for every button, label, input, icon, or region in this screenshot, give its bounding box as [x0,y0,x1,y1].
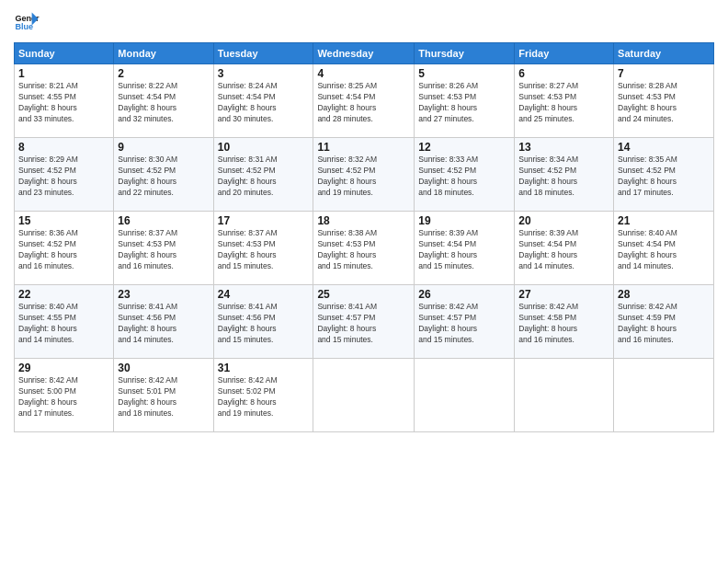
day-info: Sunrise: 8:38 AMSunset: 4:53 PMDaylight:… [317,228,410,272]
calendar-table: SundayMondayTuesdayWednesdayThursdayFrid… [14,42,714,432]
day-info: Sunrise: 8:28 AMSunset: 4:53 PMDaylight:… [618,81,710,125]
day-info: Sunrise: 8:33 AMSunset: 4:52 PMDaylight:… [418,155,510,199]
day-info: Sunrise: 8:41 AMSunset: 4:56 PMDaylight:… [218,302,310,346]
weekday-header: Thursday [415,43,515,64]
calendar-week-row: 1Sunrise: 8:21 AMSunset: 4:55 PMDaylight… [15,64,714,138]
day-number: 13 [518,141,609,154]
calendar-cell: 1Sunrise: 8:21 AMSunset: 4:55 PMDaylight… [15,64,114,138]
day-number: 11 [317,141,410,154]
day-info: Sunrise: 8:30 AMSunset: 4:52 PMDaylight:… [118,155,209,199]
day-number: 15 [18,214,109,227]
calendar-cell: 10Sunrise: 8:31 AMSunset: 4:52 PMDayligh… [213,138,313,212]
day-info: Sunrise: 8:42 AMSunset: 4:59 PMDaylight:… [618,302,710,346]
calendar-cell: 27Sunrise: 8:42 AMSunset: 4:58 PMDayligh… [515,285,614,359]
day-number: 18 [317,214,410,227]
day-number: 10 [218,141,310,154]
calendar-cell: 17Sunrise: 8:37 AMSunset: 4:53 PMDayligh… [213,212,313,285]
day-info: Sunrise: 8:31 AMSunset: 4:52 PMDaylight:… [218,155,310,199]
day-info: Sunrise: 8:40 AMSunset: 4:55 PMDaylight:… [18,302,109,346]
calendar-cell: 3Sunrise: 8:24 AMSunset: 4:54 PMDaylight… [213,64,313,138]
day-info: Sunrise: 8:27 AMSunset: 4:53 PMDaylight:… [518,81,609,125]
header: General Blue [14,9,714,35]
calendar-week-row: 8Sunrise: 8:29 AMSunset: 4:52 PMDaylight… [15,138,714,212]
day-info: Sunrise: 8:42 AMSunset: 5:01 PMDaylight:… [118,375,209,419]
day-number: 27 [518,288,609,301]
calendar-cell [515,359,614,432]
day-number: 29 [18,362,109,374]
calendar-cell: 9Sunrise: 8:30 AMSunset: 4:52 PMDaylight… [114,138,213,212]
day-number: 23 [118,288,209,301]
day-info: Sunrise: 8:34 AMSunset: 4:52 PMDaylight:… [518,155,609,199]
day-number: 9 [118,141,209,154]
day-number: 26 [418,288,510,301]
weekday-header: Sunday [15,43,114,64]
day-number: 28 [618,288,710,301]
day-info: Sunrise: 8:40 AMSunset: 4:54 PMDaylight:… [618,228,710,272]
calendar-cell: 2Sunrise: 8:22 AMSunset: 4:54 PMDaylight… [114,64,213,138]
weekday-header: Saturday [614,43,714,64]
day-info: Sunrise: 8:42 AMSunset: 5:02 PMDaylight:… [218,375,310,419]
day-number: 3 [218,67,310,80]
day-number: 22 [18,288,109,301]
logo-icon: General Blue [14,9,40,35]
day-info: Sunrise: 8:21 AMSunset: 4:55 PMDaylight:… [18,81,109,125]
day-info: Sunrise: 8:37 AMSunset: 4:53 PMDaylight:… [118,228,209,272]
day-info: Sunrise: 8:35 AMSunset: 4:52 PMDaylight:… [618,155,710,199]
day-number: 6 [518,67,609,80]
day-info: Sunrise: 8:39 AMSunset: 4:54 PMDaylight:… [418,228,510,272]
calendar-week-row: 29Sunrise: 8:42 AMSunset: 5:00 PMDayligh… [15,359,714,432]
day-number: 16 [118,214,209,227]
calendar-cell: 5Sunrise: 8:26 AMSunset: 4:53 PMDaylight… [415,64,515,138]
day-number: 8 [18,141,109,154]
calendar-cell: 21Sunrise: 8:40 AMSunset: 4:54 PMDayligh… [614,212,714,285]
calendar-cell [313,359,415,432]
day-number: 24 [218,288,310,301]
day-number: 12 [418,141,510,154]
day-info: Sunrise: 8:22 AMSunset: 4:54 PMDaylight:… [118,81,209,125]
day-info: Sunrise: 8:41 AMSunset: 4:56 PMDaylight:… [118,302,209,346]
weekday-header: Tuesday [213,43,313,64]
calendar-cell: 16Sunrise: 8:37 AMSunset: 4:53 PMDayligh… [114,212,213,285]
svg-text:Blue: Blue [15,22,33,31]
weekday-header: Wednesday [313,43,415,64]
calendar-cell: 18Sunrise: 8:38 AMSunset: 4:53 PMDayligh… [313,212,415,285]
calendar-week-row: 22Sunrise: 8:40 AMSunset: 4:55 PMDayligh… [15,285,714,359]
day-info: Sunrise: 8:24 AMSunset: 4:54 PMDaylight:… [218,81,310,125]
day-number: 5 [418,67,510,80]
calendar-container: General Blue SundayMondayTuesdayWednesda… [0,0,728,563]
day-info: Sunrise: 8:42 AMSunset: 4:57 PMDaylight:… [418,302,510,346]
day-info: Sunrise: 8:37 AMSunset: 4:53 PMDaylight:… [218,228,310,272]
day-number: 7 [618,67,710,80]
day-info: Sunrise: 8:26 AMSunset: 4:53 PMDaylight:… [418,81,510,125]
day-number: 21 [618,214,710,227]
day-number: 2 [118,67,209,80]
day-info: Sunrise: 8:36 AMSunset: 4:52 PMDaylight:… [18,228,109,272]
day-info: Sunrise: 8:42 AMSunset: 5:00 PMDaylight:… [18,375,109,419]
day-info: Sunrise: 8:39 AMSunset: 4:54 PMDaylight:… [518,228,609,272]
day-number: 25 [317,288,410,301]
calendar-cell: 20Sunrise: 8:39 AMSunset: 4:54 PMDayligh… [515,212,614,285]
day-number: 19 [418,214,510,227]
day-number: 30 [118,362,209,374]
calendar-cell: 19Sunrise: 8:39 AMSunset: 4:54 PMDayligh… [415,212,515,285]
calendar-cell: 6Sunrise: 8:27 AMSunset: 4:53 PMDaylight… [515,64,614,138]
day-info: Sunrise: 8:41 AMSunset: 4:57 PMDaylight:… [317,302,410,346]
logo: General Blue [14,9,40,35]
calendar-cell [415,359,515,432]
calendar-cell: 15Sunrise: 8:36 AMSunset: 4:52 PMDayligh… [15,212,114,285]
weekday-header: Friday [515,43,614,64]
day-number: 31 [218,362,310,374]
calendar-cell: 28Sunrise: 8:42 AMSunset: 4:59 PMDayligh… [614,285,714,359]
day-info: Sunrise: 8:29 AMSunset: 4:52 PMDaylight:… [18,155,109,199]
calendar-cell: 8Sunrise: 8:29 AMSunset: 4:52 PMDaylight… [15,138,114,212]
calendar-cell: 25Sunrise: 8:41 AMSunset: 4:57 PMDayligh… [313,285,415,359]
day-info: Sunrise: 8:42 AMSunset: 4:58 PMDaylight:… [518,302,609,346]
calendar-cell: 14Sunrise: 8:35 AMSunset: 4:52 PMDayligh… [614,138,714,212]
calendar-cell: 4Sunrise: 8:25 AMSunset: 4:54 PMDaylight… [313,64,415,138]
calendar-cell: 7Sunrise: 8:28 AMSunset: 4:53 PMDaylight… [614,64,714,138]
day-info: Sunrise: 8:25 AMSunset: 4:54 PMDaylight:… [317,81,410,125]
day-number: 17 [218,214,310,227]
weekday-header: Monday [114,43,213,64]
day-number: 4 [317,67,410,80]
calendar-cell: 31Sunrise: 8:42 AMSunset: 5:02 PMDayligh… [213,359,313,432]
